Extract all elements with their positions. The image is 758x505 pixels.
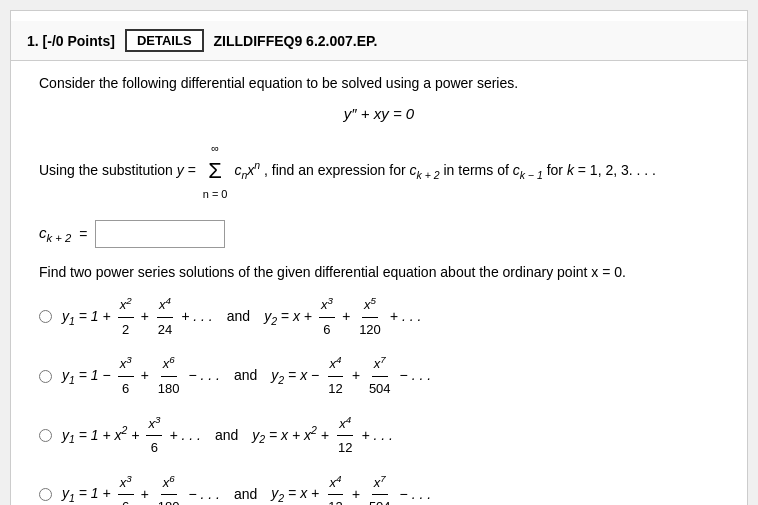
header-row: 1. [-/0 Points] DETAILS ZILLDIFFEQ9 6.2.…: [11, 21, 747, 61]
sigma-symbol: ∞ Σ n = 0: [203, 136, 228, 206]
radio-2[interactable]: [39, 370, 52, 383]
answer-input[interactable]: [95, 220, 225, 248]
content-area: Consider the following differential equa…: [11, 61, 747, 505]
details-badge: DETAILS: [125, 29, 204, 52]
answer-box-row: ck + 2 =: [39, 220, 719, 248]
radio-4[interactable]: [39, 488, 52, 501]
problem-id: ZILLDIFFEQ9 6.2.007.EP.: [214, 33, 378, 49]
answer-label: ck + 2: [39, 224, 71, 244]
radio-3[interactable]: [39, 429, 52, 442]
page-container: 1. [-/0 Points] DETAILS ZILLDIFFEQ9 6.2.…: [10, 10, 748, 505]
radio-option-4: y1 = 1 + x36 + x6180 − . . . and y2 = x …: [39, 470, 719, 505]
radio-option-2: y1 = 1 − x36 + x6180 − . . . and y2 = x …: [39, 351, 719, 400]
find-text: Find two power series solutions of the g…: [39, 264, 719, 280]
radio-option-3: y1 = 1 + x2 + x36 + . . . and y2 = x + x…: [39, 411, 719, 460]
radio-1[interactable]: [39, 310, 52, 323]
radio-option-1: y1 = 1 + x22 + x424 + . . . and y2 = x +…: [39, 292, 719, 341]
substitution-line: Using the substitution y = ∞ Σ n = 0 cnx…: [39, 136, 719, 206]
problem-number: 1. [-/0 Points]: [27, 33, 115, 49]
intro-text: Consider the following differential equa…: [39, 75, 719, 91]
main-equation: y″ + xy = 0: [39, 105, 719, 122]
